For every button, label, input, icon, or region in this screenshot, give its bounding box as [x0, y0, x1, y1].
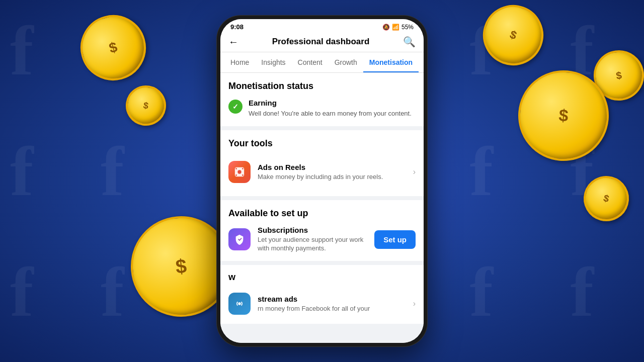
- setup-button[interactable]: Set up: [374, 230, 416, 249]
- tab-content[interactable]: Content: [292, 52, 329, 72]
- available-to-setup-title: Available to set up: [228, 208, 416, 219]
- coin-1: [73, 8, 153, 87]
- ads-on-reels-row[interactable]: Ads on Reels Make money by including ads…: [228, 156, 416, 188]
- monetisation-status-section: Monetisation status Earning Well done! Y…: [220, 73, 424, 126]
- livestream-row[interactable]: stream ads rn money from Facebook for al…: [228, 288, 416, 320]
- phone-screen: 9:08 🔕 📶 55% ← Professional dashboard 🔍 …: [220, 19, 424, 343]
- livestream-desc: rn money from Facebook for all of your: [258, 305, 406, 313]
- coin-4: [474, 0, 552, 74]
- tab-monetisation[interactable]: Monetisation: [363, 52, 419, 72]
- ads-on-reels-text: Ads on Reels Make money by including ads…: [258, 163, 406, 182]
- livestream-icon: [228, 293, 251, 315]
- your-tools-section: Your tools: [220, 130, 424, 196]
- subscriptions-row: Subscriptions Let your audience support …: [228, 226, 416, 253]
- earning-check-icon: [228, 100, 243, 114]
- ads-on-reels-icon: [228, 161, 251, 183]
- partial-bottom-section: w stream ads rn money from Facebook for …: [220, 265, 424, 324]
- earning-row: Earning Well done! You're able to earn m…: [228, 99, 416, 118]
- shield-svg-icon: [234, 234, 245, 245]
- mute-icon: 🔕: [382, 24, 390, 31]
- back-button[interactable]: ←: [228, 36, 238, 48]
- subscriptions-icon: [228, 228, 251, 250]
- earning-label: Earning: [249, 99, 412, 107]
- svg-point-4: [235, 174, 237, 176]
- tab-growth[interactable]: Growth: [329, 52, 363, 72]
- your-tools-title: Your tools: [228, 138, 416, 149]
- svg-point-5: [242, 174, 244, 176]
- phone-frame: 9:08 🔕 📶 55% ← Professional dashboard 🔍 …: [216, 15, 428, 347]
- svg-point-6: [238, 302, 241, 305]
- status-bar: 9:08 🔕 📶 55%: [220, 19, 424, 33]
- subscriptions-text: Subscriptions Let your audience support …: [258, 226, 367, 253]
- search-button[interactable]: 🔍: [403, 36, 416, 48]
- earning-description: Well done! You're able to earn money fro…: [249, 109, 412, 118]
- ads-on-reels-title: Ads on Reels: [258, 163, 406, 171]
- tab-home[interactable]: Home: [224, 52, 255, 72]
- livestream-chevron: ›: [413, 299, 416, 308]
- livestream-svg-icon: [234, 298, 245, 309]
- content-area: Monetisation status Earning Well done! Y…: [220, 73, 424, 343]
- tab-insights[interactable]: Insights: [255, 52, 291, 72]
- ads-on-reels-desc: Make money by including ads in your reel…: [258, 173, 406, 182]
- tab-bar: Home Insights Content Growth Monetisatio…: [220, 52, 424, 73]
- subscriptions-title: Subscriptions: [258, 226, 367, 234]
- nav-bar: ← Professional dashboard 🔍: [220, 33, 424, 52]
- subscriptions-desc: Let your audience support your work with…: [258, 236, 367, 253]
- partial-section-title: w: [228, 272, 416, 283]
- monetisation-status-title: Monetisation status: [228, 81, 416, 92]
- coin-2: [123, 82, 170, 129]
- status-time: 9:08: [230, 23, 244, 31]
- svg-point-2: [235, 168, 237, 169]
- svg-point-1: [237, 170, 241, 174]
- reels-svg-icon: [234, 166, 245, 177]
- battery-level: 55%: [401, 24, 414, 31]
- ads-on-reels-chevron: ›: [413, 167, 416, 176]
- svg-point-3: [242, 168, 244, 169]
- status-icons: 🔕 📶 55%: [382, 24, 414, 31]
- earning-text: Earning Well done! You're able to earn m…: [249, 99, 412, 118]
- phone-wrapper: 9:08 🔕 📶 55% ← Professional dashboard 🔍 …: [216, 15, 428, 347]
- coin-7: [579, 171, 634, 226]
- livestream-text: stream ads rn money from Facebook for al…: [258, 295, 406, 313]
- available-to-setup-section: Available to set up Subscriptions Let yo…: [220, 200, 424, 261]
- livestream-title: stream ads: [258, 295, 406, 303]
- page-title: Professional dashboard: [272, 37, 370, 47]
- signal-icon: 📶: [392, 24, 399, 31]
